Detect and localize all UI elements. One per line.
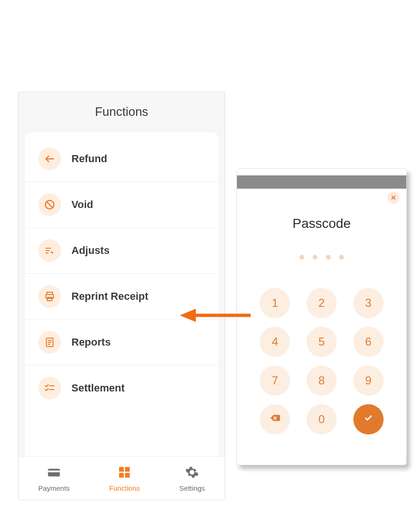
passcode-dot xyxy=(339,255,344,260)
key-3[interactable]: 3 xyxy=(353,288,384,318)
key-6[interactable]: 6 xyxy=(353,327,384,357)
report-icon xyxy=(38,331,61,354)
svg-rect-17 xyxy=(125,467,130,472)
functions-screen: Functions Refund Void Adjusts Reprint Re… xyxy=(18,92,225,500)
nav-label: Settings xyxy=(179,484,205,492)
functions-list: Refund Void Adjusts Reprint Receipt Repo xyxy=(25,132,218,456)
key-9[interactable]: 9 xyxy=(353,365,384,396)
key-8[interactable]: 8 xyxy=(306,365,337,396)
key-5[interactable]: 5 xyxy=(306,327,337,357)
function-row-void[interactable]: Void xyxy=(25,182,218,228)
key-7[interactable]: 7 xyxy=(260,365,290,396)
grid-icon xyxy=(117,465,131,481)
prohibit-icon xyxy=(38,193,61,216)
svg-rect-15 xyxy=(48,470,60,472)
function-row-refund[interactable]: Refund xyxy=(25,136,218,182)
close-icon[interactable]: ✕ xyxy=(387,191,400,204)
function-row-reprint-receipt[interactable]: Reprint Receipt xyxy=(25,274,218,320)
passcode-dots xyxy=(237,255,406,260)
key-2[interactable]: 2 xyxy=(306,288,337,318)
check-icon xyxy=(362,411,375,427)
function-row-adjusts[interactable]: Adjusts xyxy=(25,228,218,274)
passcode-dot xyxy=(299,255,304,260)
svg-line-1 xyxy=(47,202,52,208)
passcode-title: Passcode xyxy=(237,216,406,231)
svg-rect-19 xyxy=(125,473,130,478)
return-arrow-icon xyxy=(38,148,61,170)
edit-list-icon xyxy=(38,239,61,262)
printer-icon xyxy=(38,285,61,308)
nav-functions[interactable]: Functions xyxy=(109,465,140,492)
nav-label: Functions xyxy=(109,484,140,492)
nav-payments[interactable]: Payments xyxy=(38,465,70,492)
function-row-settlement[interactable]: Settlement xyxy=(25,365,218,411)
checklist-icon xyxy=(38,377,61,399)
svg-rect-18 xyxy=(119,473,124,478)
key-0[interactable]: 0 xyxy=(306,404,337,434)
keypad: 1 2 3 4 5 6 7 8 9 0 xyxy=(237,288,406,449)
key-1[interactable]: 1 xyxy=(260,288,290,318)
function-label: Adjusts xyxy=(71,244,110,257)
svg-rect-16 xyxy=(119,467,124,472)
backspace-icon xyxy=(270,413,280,426)
key-4[interactable]: 4 xyxy=(260,327,290,357)
function-label: Refund xyxy=(71,153,107,165)
key-confirm[interactable] xyxy=(353,404,384,434)
function-label: Reprint Receipt xyxy=(71,290,149,303)
function-label: Settlement xyxy=(71,382,124,394)
function-row-reports[interactable]: Reports xyxy=(25,320,218,365)
functions-title: Functions xyxy=(18,92,225,126)
status-bar xyxy=(237,169,406,175)
top-bar xyxy=(237,175,406,189)
close-row: ✕ xyxy=(237,189,406,204)
passcode-dot xyxy=(326,255,331,260)
svg-rect-14 xyxy=(48,469,60,477)
nav-settings[interactable]: Settings xyxy=(179,465,205,492)
passcode-dot xyxy=(313,255,317,260)
card-icon xyxy=(47,465,61,481)
key-backspace[interactable] xyxy=(260,404,290,434)
function-label: Reports xyxy=(71,336,111,348)
function-label: Void xyxy=(71,199,93,211)
bottom-nav: Payments Functions Settings xyxy=(18,456,225,500)
nav-label: Payments xyxy=(38,484,70,492)
passcode-screen: ✕ Passcode 1 2 3 4 5 6 7 8 9 0 xyxy=(236,168,407,465)
gear-icon xyxy=(185,465,199,481)
